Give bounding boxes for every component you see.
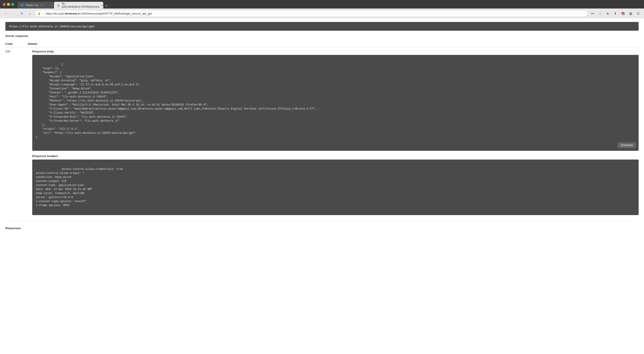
response-body-code-block: { "args": {}, "headers": { "Accept": "ap… bbox=[32, 55, 639, 151]
details-column-header: Details bbox=[28, 40, 639, 48]
tab-favicon-tls: 🔒 bbox=[57, 4, 60, 7]
reload-button[interactable]: ↻ bbox=[19, 10, 25, 17]
download-button[interactable]: Download bbox=[618, 142, 636, 148]
back-button[interactable]: ← bbox=[3, 10, 9, 17]
response-details: Response body { "args": {}, "headers": {… bbox=[28, 48, 639, 221]
server-response-section: Server response Code Details 200 Respons… bbox=[5, 34, 639, 230]
title-bar: 🌐 httpbin.org ✕ 🔒 tls-auth.dontesta.it:1… bbox=[0, 0, 644, 9]
address-bar[interactable]: 🔒 ⚠ https://tls-auth.dontesta.it:10443/s… bbox=[35, 10, 588, 17]
home-button[interactable]: ⌂ bbox=[27, 10, 33, 17]
library-button[interactable]: 📚 bbox=[620, 10, 626, 17]
response-headers-text: access-control-allow-credentials: true a… bbox=[36, 168, 123, 207]
forward-button[interactable]: → bbox=[11, 10, 17, 17]
pocket-button[interactable]: ☆ bbox=[597, 10, 603, 17]
response-code: 200 bbox=[5, 48, 28, 221]
tab-tls-auth[interactable]: 🔒 tls-auth.dontesta.it:10443/secure/a ✕ bbox=[54, 2, 103, 9]
page-url-bar: https://tls-auth.dontesta.it:10443/secur… bbox=[5, 22, 639, 31]
sidebar-button[interactable]: ▦ bbox=[628, 10, 634, 17]
lock-icon: 🔒 bbox=[38, 12, 41, 15]
menu-button[interactable]: ☰ bbox=[635, 10, 641, 17]
server-response-title: Server response bbox=[5, 34, 639, 38]
response-headers-code-block: access-control-allow-credentials: true a… bbox=[32, 160, 639, 215]
content-inner: https://tls-auth.dontesta.it:10443/secur… bbox=[0, 18, 644, 233]
response-body-label: Response body bbox=[32, 50, 639, 53]
tab-title-httpbin: httpbin.org bbox=[26, 4, 38, 7]
table-row: 200 Response body { "args": {}, "headers… bbox=[5, 48, 639, 221]
traffic-lights bbox=[3, 3, 14, 6]
response-body-text: { "args": {}, "headers": { "Accept": "ap… bbox=[36, 63, 316, 139]
response-table: Code Details 200 Response body { "args":… bbox=[5, 40, 639, 221]
page-content: https://tls-auth.dontesta.it:10443/secur… bbox=[0, 18, 644, 354]
address-domain: dontesta.it bbox=[65, 12, 80, 15]
warning-icon: ⚠ bbox=[42, 12, 44, 15]
tab-bar: 🌐 httpbin.org ✕ 🔒 tls-auth.dontesta.it:1… bbox=[18, 0, 641, 9]
tab-title-tls: tls-auth.dontesta.it:10443/secure/a bbox=[62, 2, 100, 8]
nav-extras: ••• ☆ ★ ⬇ 📚 ▦ ☰ bbox=[589, 10, 641, 17]
bookmark-button[interactable]: ★ bbox=[604, 10, 611, 17]
code-column-header: Code bbox=[5, 40, 28, 48]
new-tab-button[interactable]: + bbox=[104, 3, 109, 9]
nav-bar: ← → ↻ ⌂ 🔒 ⚠ https://tls-auth.dontesta.it… bbox=[0, 9, 644, 18]
close-traffic-light[interactable] bbox=[3, 3, 6, 6]
responses-footer-title: Responses bbox=[5, 225, 639, 230]
minimize-traffic-light[interactable] bbox=[7, 3, 10, 6]
download-manager-button[interactable]: ⬇ bbox=[612, 10, 618, 17]
tab-httpbin[interactable]: 🌐 httpbin.org ✕ bbox=[18, 2, 54, 9]
response-headers-label: Response headers bbox=[32, 154, 639, 158]
more-button[interactable]: ••• bbox=[589, 10, 596, 17]
tab-close-tls[interactable]: ✕ bbox=[101, 4, 103, 7]
browser-chrome: 🌐 httpbin.org ✕ 🔒 tls-auth.dontesta.it:1… bbox=[0, 0, 644, 18]
address-text: https://tls-auth.dontesta.it:10443/secur… bbox=[46, 12, 585, 15]
tab-close-httpbin[interactable]: ✕ bbox=[40, 4, 43, 7]
tab-favicon-httpbin: 🌐 bbox=[20, 4, 24, 7]
maximize-traffic-light[interactable] bbox=[11, 3, 14, 6]
